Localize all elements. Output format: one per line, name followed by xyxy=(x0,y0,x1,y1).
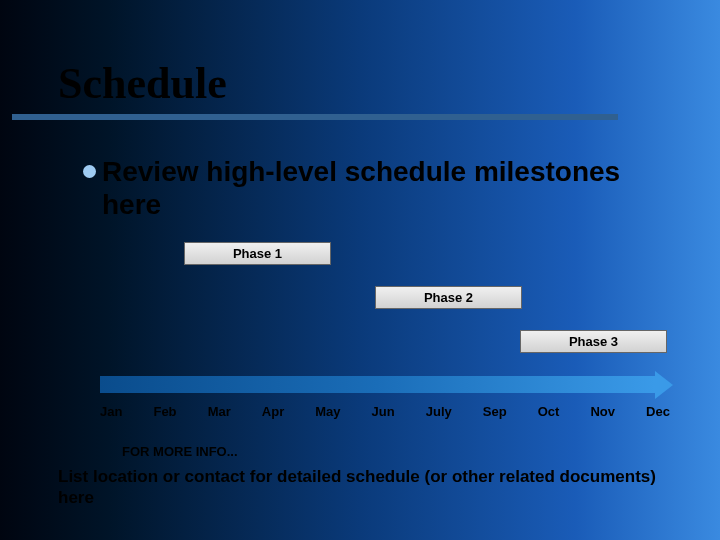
title-underline xyxy=(12,114,618,120)
month-label: Apr xyxy=(262,404,284,419)
bullet-row: Review high-level schedule milestones he… xyxy=(83,155,632,221)
month-label: Dec xyxy=(646,404,670,419)
slide-title: Schedule xyxy=(58,58,227,109)
month-label: Mar xyxy=(208,404,231,419)
bullet-text: Review high-level schedule milestones he… xyxy=(102,155,632,221)
phase-1-box: Phase 1 xyxy=(184,242,331,265)
timeline-arrow-bar xyxy=(100,376,655,393)
phase-3-box: Phase 3 xyxy=(520,330,667,353)
month-label: Sep xyxy=(483,404,507,419)
timeline-arrow-head-icon xyxy=(655,371,673,399)
month-label: Feb xyxy=(153,404,176,419)
month-label: Oct xyxy=(538,404,560,419)
phase-2-box: Phase 2 xyxy=(375,286,522,309)
month-label: Jan xyxy=(100,404,122,419)
month-label: Jun xyxy=(372,404,395,419)
month-label: May xyxy=(315,404,340,419)
months-row: Jan Feb Mar Apr May Jun July Sep Oct Nov… xyxy=(100,404,670,419)
more-info-text: List location or contact for detailed sc… xyxy=(58,466,668,509)
month-label: July xyxy=(426,404,452,419)
more-info-label: FOR MORE INFO... xyxy=(122,444,238,459)
bullet-icon xyxy=(83,165,96,178)
month-label: Nov xyxy=(590,404,615,419)
